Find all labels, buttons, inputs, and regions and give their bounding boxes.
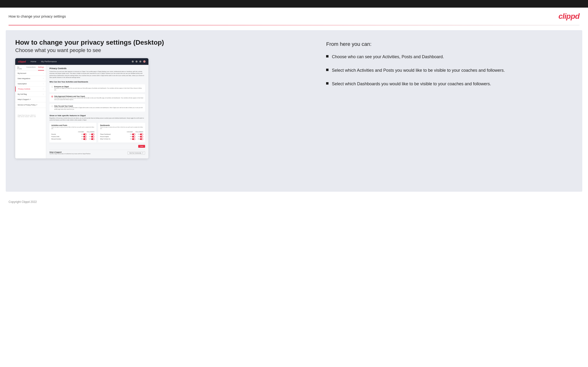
main-content: How to change your privacy settings (Des… — [6, 30, 582, 192]
page-heading: How to change your privacy settings (Des… — [15, 39, 317, 46]
toggle-player-followers — [140, 133, 143, 135]
bullet-item-2: Select which Activities and Posts you wo… — [326, 67, 573, 73]
logo: clippd — [559, 12, 579, 21]
mockup-tab-settings: Settings — [38, 66, 44, 71]
mockup-section-desc: Control how you and your data appears to… — [50, 71, 145, 78]
toggle-work-coaches — [132, 138, 135, 140]
mockup-radio-everyone: Everyone on Clippd Everyone on Clippd ca… — [50, 84, 145, 92]
radio-dot-only-you — [51, 106, 53, 107]
footer: Copyright Clippd 2022 — [0, 196, 588, 207]
chevron-icon: › — [43, 78, 43, 79]
mockup-radio-followers: Only Approved Followers and Your Coach O… — [50, 94, 145, 102]
mockup-bell-icon — [139, 61, 141, 62]
toggle-drills-coaches — [83, 136, 86, 138]
toggle-row-player-dashboard: Player Dashboard ON ON — [100, 133, 143, 135]
mockup-grid-icon — [136, 61, 138, 62]
mockup-show-hide-desc: Regardless of the privacy controls that … — [50, 117, 145, 121]
mockup-tabs: My Profile Connections Settings — [15, 65, 46, 71]
mockup-sidebar-service: Service & Privacy Policy ↗ — [15, 102, 46, 108]
mockup-tab-profile: My Profile — [17, 66, 24, 71]
mockup-nav-right — [132, 60, 146, 63]
top-bar — [0, 0, 588, 8]
mockup-nav-home: Home — [30, 60, 36, 63]
mockup-radio-only-you: Only You and Your Coach Only you and the… — [50, 104, 145, 112]
chevron-icon: › — [43, 93, 43, 95]
chevron-icon: › — [43, 72, 43, 74]
mockup-show-hide-section: Show or hide specific features in Clippd… — [50, 115, 145, 156]
toggle-manual-coaches — [83, 138, 86, 140]
from-here-title: From here you can: — [326, 41, 573, 47]
bullet-square-2 — [326, 69, 329, 71]
mockup-section-title: Privacy Controls — [50, 67, 145, 70]
mockup-dashboards-card: Dashboards Select the types of activity … — [98, 123, 145, 142]
screenshot-mockup: clippd Home My Performance My Profile Co… — [15, 58, 148, 158]
header-title: How to change your privacy settings — [9, 14, 66, 18]
page-subheading: Choose what you want people to see — [15, 47, 317, 53]
toggle-rounds-coaches — [83, 133, 86, 135]
mockup-visit-community-button: Visit Our Community ↗ — [128, 151, 145, 155]
mockup-help-row: Help & Support Visit the Clippd communit… — [50, 150, 145, 156]
radio-dot-followers — [51, 96, 53, 97]
mockup-sidebar-account: My Account› — [15, 71, 46, 76]
footer-text: Copyright Clippd 2022 — [9, 200, 37, 204]
right-column: From here you can: Choose who can see yo… — [326, 39, 573, 183]
mockup-sidebar-subscription: Subscription› — [15, 81, 46, 86]
toggle-row-round-insights: Round Insights ON ON — [100, 136, 143, 138]
mockup-body: My Profile Connections Settings My Accou… — [15, 65, 148, 158]
radio-dot-everyone — [51, 86, 53, 88]
mockup-avatar — [143, 60, 146, 63]
mockup-sidebar-help: Help & Support ↗ — [15, 97, 46, 102]
mockup-logo: clippd — [18, 60, 26, 63]
toggle-row-manual: Manual Activities ON ON — [51, 138, 95, 140]
toggle-row-what-to-work: What To Work On ON ON — [100, 138, 143, 140]
mockup-save-row: Save — [50, 144, 145, 148]
mockup-nav-performance: My Performance — [41, 60, 57, 63]
bullet-text-2: Select which Activities and Posts you wo… — [332, 67, 505, 73]
toggle-insights-coaches — [132, 136, 135, 138]
mockup-show-hide-title: Show or hide specific features in Clippd — [50, 115, 145, 117]
mockup-sidebar-privacy: Privacy Controls› — [15, 86, 46, 92]
toggle-player-coaches — [132, 133, 135, 135]
toggle-insights-followers — [140, 136, 143, 138]
mockup-sidebar-footer: Clippd Client Version: 2022.8.2 SQL Serv… — [15, 113, 46, 119]
toggle-drills-followers — [91, 136, 95, 138]
mockup-save-button: Save — [138, 145, 145, 148]
mockup-who-can-see-title: Who Can See Your Activities and Dashboar… — [50, 81, 145, 83]
mockup-toggles-row: Activities and Posts Select the types of… — [50, 123, 145, 142]
toggle-rounds-followers — [91, 133, 95, 135]
bullet-item-1: Choose who can see your Activities, Post… — [326, 54, 573, 60]
mockup-sidebar: My Profile Connections Settings My Accou… — [15, 65, 46, 158]
mockup-navbar: clippd Home My Performance — [15, 58, 148, 65]
header-divider — [9, 25, 579, 25]
bullet-square-3 — [326, 82, 329, 84]
chevron-icon: › — [43, 83, 43, 84]
mockup-activities-card: Activities and Posts Select the types of… — [50, 123, 96, 142]
mockup-tab-connections: Connections — [26, 66, 36, 71]
toggle-work-followers — [140, 138, 143, 140]
mockup-sidebar-data: Data Integrations› — [15, 76, 46, 81]
bullet-text-1: Choose who can see your Activities, Post… — [332, 54, 444, 60]
header: How to change your privacy settings clip… — [0, 8, 588, 25]
bullet-text-3: Select which Dashboards you would like t… — [332, 81, 491, 87]
mockup-sidebar-golfbag: My Golf Bag› — [15, 92, 46, 97]
left-column: How to change your privacy settings (Des… — [15, 39, 317, 183]
bullet-square-1 — [326, 55, 329, 58]
mockup-main-panel: Privacy Controls Control how you and you… — [46, 65, 148, 158]
bullet-list: Choose who can see your Activities, Post… — [326, 54, 573, 87]
chevron-icon: › — [43, 88, 43, 90]
mockup-search-icon — [132, 61, 134, 62]
bullet-item-3: Select which Dashboards you would like t… — [326, 81, 573, 87]
toggle-manual-followers — [91, 138, 95, 140]
toggle-row-rounds: Rounds ON ON — [51, 133, 95, 135]
toggle-row-drills: Practice Drills ON ON — [51, 136, 95, 138]
mockup-radio-group: Everyone on Clippd Everyone on Clippd ca… — [50, 84, 145, 112]
